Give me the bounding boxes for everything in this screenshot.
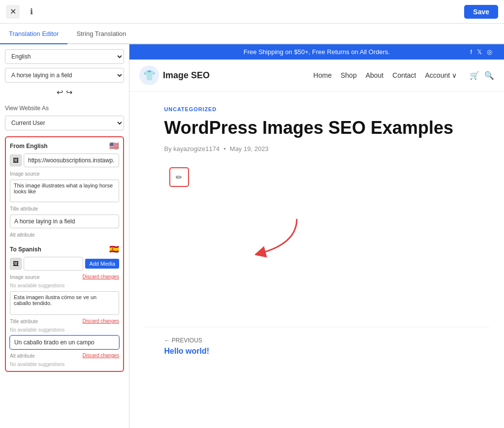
from-image-source-label: Image source: [10, 171, 119, 177]
from-lang-flag: 🇺🇸: [109, 141, 119, 151]
next-arrow-button[interactable]: ↪: [66, 88, 72, 97]
edit-image-button[interactable]: ✏: [169, 167, 189, 187]
site-nav: 👕 Image SEO Home Shop About Contact Acco…: [129, 60, 504, 92]
pencil-icon: ✏: [176, 173, 182, 182]
from-title-label: Title attribute: [10, 206, 119, 212]
category-tag: UNCATEGORIZED: [164, 106, 470, 112]
nav-shop[interactable]: Shop: [341, 71, 357, 79]
article-meta: By kayazogize1174 • May 19, 2023: [164, 145, 470, 153]
cart-icon[interactable]: 🛒: [470, 71, 479, 80]
meta-date: May 19, 2023: [230, 145, 269, 153]
save-button[interactable]: Save: [464, 5, 498, 19]
from-title-textarea[interactable]: This image illustrates what a laying hor…: [10, 180, 119, 202]
article-title: WordPress Images SEO Examples: [164, 117, 470, 138]
to-image-no-suggestions: No available suggestions: [10, 283, 119, 288]
nav-account[interactable]: Account ∨: [425, 71, 457, 79]
to-lang-header: To Spanish 🇪🇸: [10, 245, 119, 254]
content-area: Free Shipping on $50+, Free Returns on A…: [129, 44, 504, 428]
to-image-discard-link[interactable]: Discard changes: [83, 274, 119, 279]
main-layout: English A horse laying in a field ↩ ↪ Vi…: [0, 44, 504, 428]
meta-by: By kayazogize1174: [164, 145, 220, 153]
promo-social-icons: f 𝕏 ◎: [470, 48, 492, 56]
nav-arrows: ↩ ↪: [5, 87, 124, 98]
facebook-icon[interactable]: f: [470, 48, 472, 56]
from-alt-input[interactable]: [10, 214, 119, 228]
add-media-button[interactable]: Add Media: [85, 259, 119, 269]
to-title-label: Title attribute: [10, 319, 38, 324]
prev-section: ← PREVIOUS Hello world!: [145, 327, 489, 366]
from-lang-label: From English: [10, 143, 48, 150]
to-lang-label: To Spanish: [10, 246, 41, 253]
nav-contact[interactable]: Contact: [392, 71, 416, 79]
from-lang-header: From English 🇺🇸: [10, 141, 119, 151]
to-image-icon: 🖼: [10, 258, 22, 270]
info-button[interactable]: ℹ: [25, 5, 38, 19]
to-title-textarea[interactable]: Esta imagen ilustra cómo se ve un caball…: [10, 291, 119, 315]
prev-label: ← PREVIOUS: [164, 337, 470, 344]
twitter-icon[interactable]: 𝕏: [477, 48, 482, 56]
site-logo: 👕 Image SEO: [139, 65, 210, 85]
nav-extra-icons: 🛒 🔍: [470, 71, 494, 80]
from-alt-label: Alt attribute: [10, 232, 119, 238]
site-preview: Free Shipping on $50+, Free Returns on A…: [129, 44, 504, 428]
to-title-discard-row: Title attribute Discard changes: [10, 318, 119, 324]
prev-arrow-button[interactable]: ↩: [57, 88, 63, 97]
to-alt-discard-row: Alt attribute Discard changes: [10, 352, 119, 359]
view-as-select[interactable]: Current User: [5, 116, 124, 130]
to-image-source-label: Image source: [10, 275, 40, 280]
to-lang-flag: 🇪🇸: [109, 245, 119, 254]
promo-bar-inner: Free Shipping on $50+, Free Returns on A…: [133, 48, 500, 56]
to-image-source-row: 🖼 Add Media: [10, 257, 119, 271]
tab-bar: Translation Editor String Translation: [0, 24, 504, 44]
nav-about[interactable]: About: [366, 71, 384, 79]
prev-title[interactable]: Hello world!: [164, 347, 470, 356]
logo-image: 👕: [139, 65, 159, 85]
tab-string-translation[interactable]: String Translation: [67, 24, 135, 44]
instagram-icon[interactable]: ◎: [487, 48, 492, 56]
promo-bar: Free Shipping on $50+, Free Returns on A…: [129, 44, 504, 60]
content-select[interactable]: A horse laying in a field: [5, 68, 124, 83]
nav-home[interactable]: Home: [314, 71, 332, 79]
view-as-label: View Website As: [5, 105, 124, 112]
promo-text: Free Shipping on $50+, Free Returns on A…: [244, 48, 390, 56]
to-title-discard-link[interactable]: Discard changes: [83, 318, 119, 324]
translation-section: From English 🇺🇸 🖼 Image source This imag…: [5, 136, 124, 372]
article-content: UNCATEGORIZED WordPress Images SEO Examp…: [145, 92, 489, 327]
tab-translation-editor[interactable]: Translation Editor: [0, 24, 67, 44]
meta-separator: •: [223, 145, 226, 153]
to-alt-discard-link[interactable]: Discard changes: [83, 353, 119, 358]
from-image-source-row: 🖼: [10, 153, 119, 167]
to-title-no-suggestions: No available suggestions: [10, 327, 119, 333]
sidebar: English A horse laying in a field ↩ ↪ Vi…: [0, 44, 129, 428]
to-image-source-discard-row: Image source Discard changes: [10, 274, 119, 280]
from-image-icon: 🖼: [10, 154, 22, 166]
to-alt-label: Alt attribute: [10, 353, 35, 359]
logo-text: Image SEO: [163, 70, 210, 81]
search-nav-icon[interactable]: 🔍: [484, 71, 494, 80]
from-image-url-input[interactable]: [24, 153, 119, 167]
to-alt-no-suggestions: No available suggestions: [10, 362, 119, 367]
top-bar: ✕ ℹ Save: [0, 0, 504, 24]
site-nav-links: Home Shop About Contact Account ∨ 🛒 🔍: [314, 71, 494, 80]
to-image-url-input[interactable]: [24, 257, 83, 271]
to-alt-input[interactable]: [10, 336, 119, 349]
close-button[interactable]: ✕: [6, 5, 20, 19]
language-select[interactable]: English: [5, 49, 124, 64]
